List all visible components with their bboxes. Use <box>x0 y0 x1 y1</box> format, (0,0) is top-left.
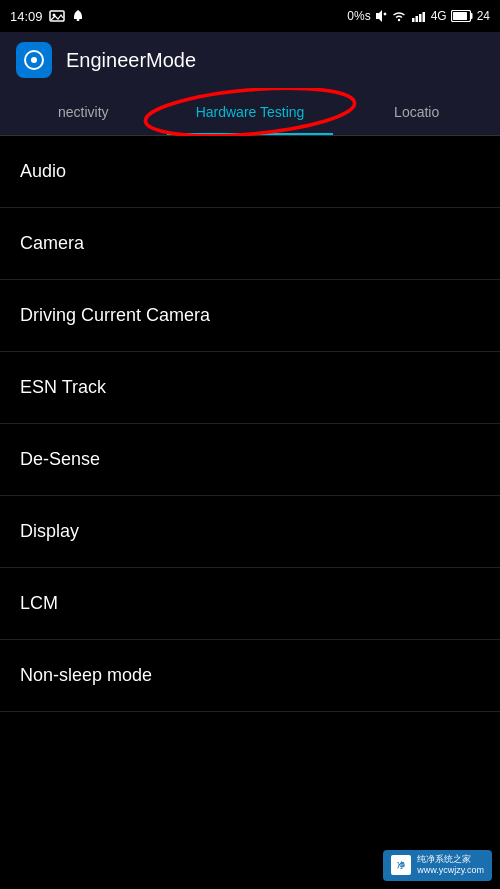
list-container: Audio Camera Driving Current Camera ESN … <box>0 136 500 712</box>
watermark: 净 纯净系统之家 www.ycwjzy.com <box>383 850 492 881</box>
mute-icon <box>375 9 387 23</box>
list-item-lcm[interactable]: LCM <box>0 568 500 640</box>
notification-icon <box>71 9 85 23</box>
status-bar: 14:09 0%s 4G <box>0 0 500 32</box>
tab-location[interactable]: Locatio <box>333 88 500 135</box>
image-icon <box>49 10 65 22</box>
tab-connectivity[interactable]: nectivity <box>0 88 167 135</box>
status-left: 14:09 <box>10 9 85 24</box>
list-item-esn-track[interactable]: ESN Track <box>0 352 500 424</box>
svg-rect-7 <box>415 16 418 22</box>
svg-rect-9 <box>422 12 425 22</box>
list-item-de-sense[interactable]: De-Sense <box>0 424 500 496</box>
list-item-non-sleep-mode[interactable]: Non-sleep mode <box>0 640 500 712</box>
watermark-logo: 净 <box>391 855 411 875</box>
svg-rect-2 <box>76 19 79 21</box>
status-right: 0%s 4G 24 <box>347 9 490 23</box>
battery-icon <box>451 10 473 22</box>
app-icon <box>16 42 52 78</box>
battery-percent: 24 <box>477 9 490 23</box>
list-item-driving-current-camera[interactable]: Driving Current Camera <box>0 280 500 352</box>
watermark-text: 纯净系统之家 www.ycwjzy.com <box>417 854 484 877</box>
app-icon-dot <box>31 57 37 63</box>
status-time: 14:09 <box>10 9 43 24</box>
svg-marker-3 <box>376 10 382 22</box>
tab-container: nectivity Hardware Testing Locatio <box>0 88 500 136</box>
network-type: 4G <box>431 9 447 23</box>
list-item-camera[interactable]: Camera <box>0 208 500 280</box>
app-icon-ring <box>24 50 44 70</box>
percent-label: 0%s <box>347 9 370 23</box>
svg-rect-6 <box>412 18 415 22</box>
list-item-display[interactable]: Display <box>0 496 500 568</box>
svg-rect-11 <box>453 12 467 20</box>
wifi-icon <box>391 10 407 22</box>
list-item-audio[interactable]: Audio <box>0 136 500 208</box>
app-bar: EngineerMode <box>0 32 500 88</box>
tab-bar: nectivity Hardware Testing Locatio <box>0 88 500 136</box>
tab-hardware-testing[interactable]: Hardware Testing <box>167 88 334 135</box>
signal-icon <box>411 10 427 22</box>
app-title: EngineerMode <box>66 49 196 72</box>
svg-rect-8 <box>419 14 422 22</box>
